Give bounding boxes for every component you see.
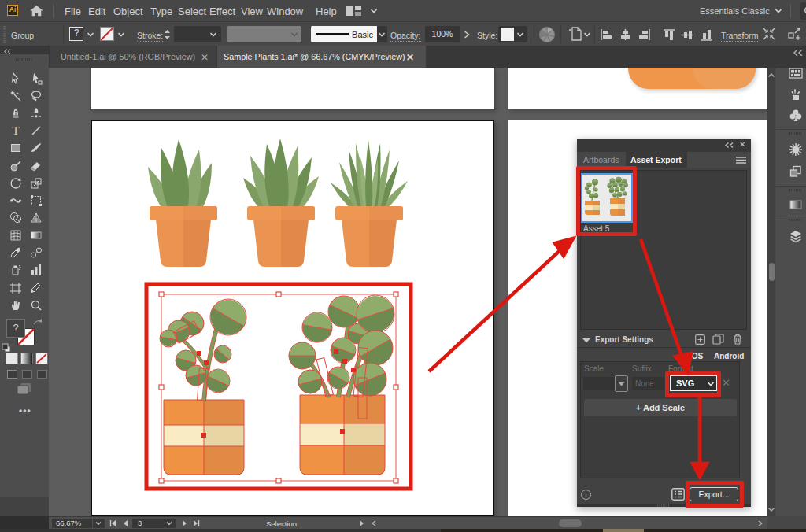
svg-text:T: T (12, 124, 19, 137)
